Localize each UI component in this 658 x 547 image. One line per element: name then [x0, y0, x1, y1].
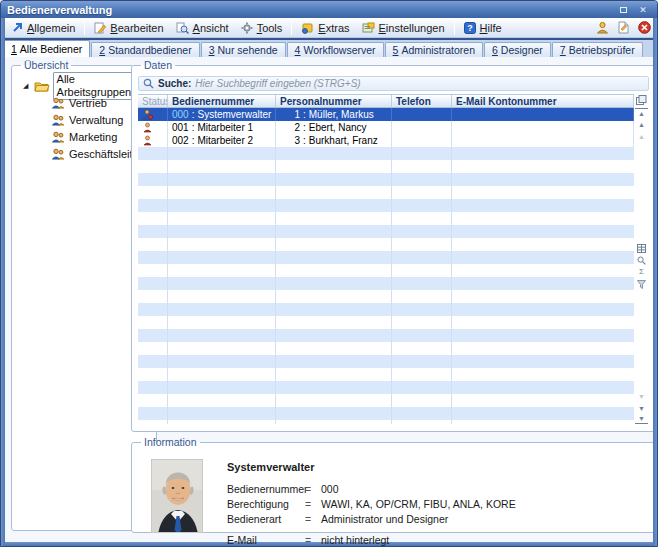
group-icon: [51, 148, 65, 160]
app-window: Bedienerverwaltung ✕ Allgemein Bearbeite…: [0, 0, 658, 547]
column-header-status[interactable]: Status: [138, 95, 168, 107]
bediener-grid: Status Bedienernummer Personalnummer Tel…: [138, 94, 649, 424]
menubar: Allgemein Bearbeiten Ansicht Tools: [1, 18, 657, 38]
grid-column-separator: [391, 147, 392, 424]
grid-column-separator: [275, 147, 276, 424]
info-field-bedienerart: Bedienerart = Administrator und Designer: [227, 513, 516, 525]
window-title: Bedienerverwaltung: [7, 4, 611, 16]
bedienernummer-cell: 000:Systemverwalter: [168, 108, 276, 121]
aggregate-sum-icon[interactable]: Σ: [635, 266, 648, 278]
menu-einstellungen[interactable]: Einstellungen: [356, 20, 451, 36]
tree-expand-caret-icon[interactable]: ◢: [23, 82, 31, 90]
menu-extras[interactable]: Extras: [295, 20, 355, 36]
page-up-button[interactable]: ▲: [635, 130, 648, 142]
column-header-email[interactable]: E-Mail Kontonummer: [452, 95, 634, 107]
email-cell: [452, 121, 634, 134]
menu-ansicht[interactable]: Ansicht: [170, 20, 235, 36]
info-title: Systemverwalter: [227, 461, 516, 473]
extras-box-icon: [301, 22, 314, 34]
tree-item-label: Vertrieb: [69, 97, 107, 109]
user-icon[interactable]: [593, 20, 611, 36]
restore-button[interactable]: [615, 3, 631, 16]
tab-alle-bediener[interactable]: 1Alle Bediener: [3, 40, 90, 57]
edit-icon: [94, 22, 106, 34]
tab-standardbediener[interactable]: 2Standardbediener: [91, 42, 199, 57]
table-row[interactable]: 000:Systemverwalter 1:Müller, Markus: [138, 108, 634, 121]
content-area: Übersicht ◢ Alle Arbeitsgruppen Vertrieb: [1, 57, 657, 542]
grid-empty-rows: [138, 147, 634, 424]
close-button[interactable]: ✕: [635, 3, 651, 16]
status-cell: [138, 121, 168, 134]
tab-betriebspruefer[interactable]: 7Betriebsprüfer: [552, 42, 643, 57]
menu-separator: [454, 21, 455, 35]
daten-legend: Daten: [141, 59, 175, 71]
settings-icon: [362, 22, 375, 34]
group-icon: [51, 131, 65, 143]
gear-icon: [241, 22, 253, 34]
go-first-row-button[interactable]: ▲: [635, 108, 648, 118]
tab-nur-sehende[interactable]: 3Nur sehende: [201, 42, 286, 57]
personalnummer-cell: 3:Burkhart, Franz: [276, 134, 392, 147]
email-cell: [452, 134, 634, 147]
tab-workflowserver[interactable]: 4Workflowserver: [287, 42, 384, 57]
row-up-button[interactable]: ▲: [635, 118, 648, 130]
svg-text:?: ?: [467, 23, 473, 33]
telefon-cell: [392, 108, 452, 121]
user-status-icon: [142, 122, 153, 133]
group-icon: [51, 97, 65, 109]
tabstrip: 1Alle Bediener 2Standardbediener 3Nur se…: [1, 40, 657, 57]
titlebar: Bedienerverwaltung ✕: [1, 1, 657, 18]
uebersicht-legend: Übersicht: [21, 59, 71, 71]
column-header-personalnummer[interactable]: Personalnummer: [276, 95, 392, 107]
menu-allgemein[interactable]: Allgemein: [5, 20, 81, 36]
bedienernummer-cell: 002:Mitarbeiter 2: [168, 134, 276, 147]
tab-administratoren[interactable]: 5Administratoren: [385, 42, 483, 57]
tree-item-label: Verwaltung: [69, 114, 123, 126]
menu-separator: [84, 21, 85, 35]
menu-tools[interactable]: Tools: [235, 20, 289, 36]
grid-header-row: Status Bedienernummer Personalnummer Tel…: [138, 95, 634, 108]
status-cell: [138, 134, 168, 147]
window-left-border: [1, 18, 5, 546]
menu-bearbeiten[interactable]: Bearbeiten: [88, 20, 169, 36]
personalnummer-cell: 1:Müller, Markus: [276, 108, 392, 121]
menu-separator: [291, 21, 292, 35]
column-header-bedienernummer[interactable]: Bedienernummer: [168, 95, 276, 107]
tab-designer[interactable]: 6Designer: [484, 42, 551, 57]
row-down-button[interactable]: ▼: [635, 402, 648, 414]
arrow-up-right-icon: [11, 22, 23, 34]
info-field-bedienernummer: Bedienernummer = 000: [227, 483, 516, 495]
table-row[interactable]: 002:Mitarbeiter 2 3:Burkhart, Franz: [138, 134, 634, 147]
user-status-icon: [142, 135, 153, 146]
column-header-telefon[interactable]: Telefon: [392, 95, 452, 107]
page-down-button[interactable]: ▼: [635, 390, 648, 402]
help-icon: ?: [464, 22, 476, 34]
info-field-berechtigung: Berechtigung = WAWI, KA, OP/CRM, FIBU, A…: [227, 498, 516, 510]
view-magnifier-icon: [176, 22, 189, 34]
close-red-icon[interactable]: [635, 20, 653, 36]
table-row[interactable]: 001:Mitarbeiter 1 2:Ebert, Nancy: [138, 121, 634, 134]
grid-view-icon[interactable]: [635, 242, 648, 254]
grid-column-separator: [451, 147, 452, 424]
go-last-row-button[interactable]: ▼: [635, 414, 648, 424]
email-cell: [452, 108, 634, 121]
telefon-cell: [392, 121, 452, 134]
user-admin-status-icon: [142, 109, 153, 120]
tree-item-label: Marketing: [69, 131, 117, 143]
folder-open-icon: [34, 80, 50, 92]
telefon-cell: [392, 134, 452, 147]
grid-search-icon[interactable]: [635, 254, 648, 266]
menu-hilfe[interactable]: ? Hilfe: [458, 20, 508, 36]
information-legend: Information: [141, 436, 200, 448]
search-label: Suche:: [158, 78, 191, 89]
search-bar[interactable]: Suche:: [138, 76, 649, 91]
information-panel: Information: [131, 436, 656, 533]
grid-side-rail: ▲ ▲ ▲ Σ: [634, 94, 649, 424]
group-icon: [51, 114, 65, 126]
document-icon[interactable]: [614, 20, 632, 36]
column-chooser-icon[interactable]: [635, 94, 648, 106]
filter-icon[interactable]: [635, 278, 648, 290]
window-right-border: [653, 18, 657, 546]
search-input[interactable]: [195, 78, 644, 89]
info-field-email: E-Mail = nicht hinterlegt: [227, 534, 516, 546]
